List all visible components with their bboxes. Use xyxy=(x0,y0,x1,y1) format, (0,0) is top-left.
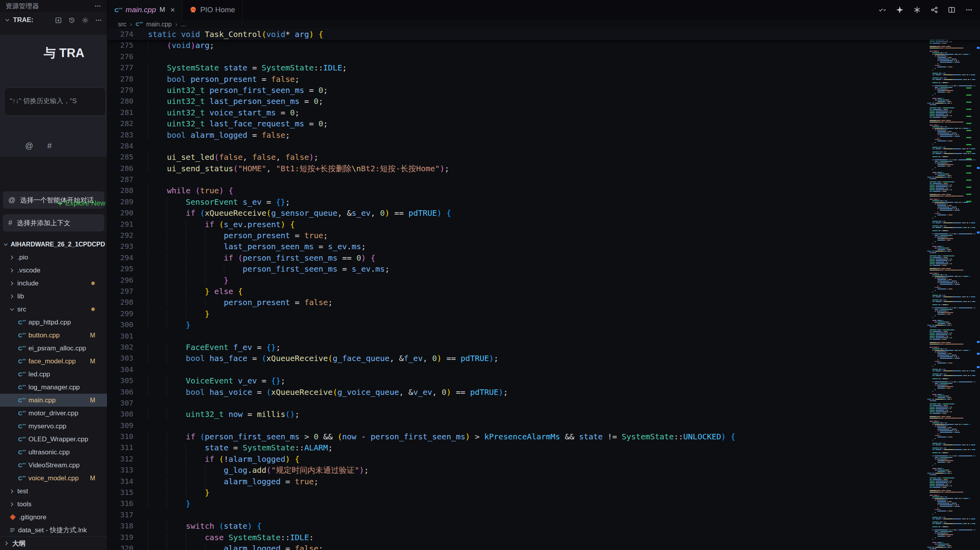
code-line[interactable]: 313 g_log.add("规定时间内未通过验证"); xyxy=(107,465,980,476)
line-number[interactable]: 282 xyxy=(107,118,133,129)
tree-item-main-cpp[interactable]: C++main.cppM xyxy=(0,394,107,407)
code-line[interactable]: 303 bool has_face = (xQueueReceive(g_fac… xyxy=(107,353,980,364)
line-number[interactable]: 298 xyxy=(107,297,133,308)
line-number[interactable]: 286 xyxy=(107,163,133,174)
code-line[interactable]: 285 ui_set_led(false, false, false); xyxy=(107,152,980,163)
code-line[interactable]: 308 uint32_t now = millis(); xyxy=(107,409,980,420)
tree-item-vscode[interactable]: .vscode xyxy=(0,264,107,277)
import-icon[interactable] xyxy=(54,16,62,24)
line-number[interactable]: 287 xyxy=(107,174,133,185)
code-line[interactable]: 317 xyxy=(107,509,980,520)
code-line[interactable]: 290 if (xQueueReceive(g_sensor_queue, &s… xyxy=(107,207,980,219)
line-number[interactable]: 312 xyxy=(107,454,133,465)
line-number[interactable]: 320 xyxy=(107,543,133,550)
line-number[interactable]: 307 xyxy=(107,398,133,409)
code-line[interactable]: 278 bool person_present = false; xyxy=(107,74,980,85)
split-editor-icon[interactable] xyxy=(948,6,956,14)
code-line[interactable]: 299 } xyxy=(107,308,980,319)
code-line[interactable]: 281 uint32_t voice_start_ms = 0; xyxy=(107,107,980,118)
share-graph-icon[interactable] xyxy=(930,6,938,14)
tree-item-videostream-cpp[interactable]: C++VideoStream.cpp xyxy=(0,459,107,472)
code-line[interactable]: 284 xyxy=(107,141,980,152)
outline-section[interactable]: 大纲 xyxy=(0,536,107,550)
breadcrumb-main-cpp[interactable]: main.cpp xyxy=(146,21,172,28)
line-number[interactable]: 281 xyxy=(107,107,133,118)
tree-item-ultrasonic-cpp[interactable]: C++ultrasonic.cpp xyxy=(0,446,107,459)
code-line[interactable]: 287 xyxy=(107,174,980,185)
code-line[interactable]: 311 state = SystemState::ALARM; xyxy=(107,442,980,453)
tree-item-pio[interactable]: .pio xyxy=(0,251,107,264)
check-dropdown-icon[interactable] xyxy=(878,6,886,14)
line-number[interactable]: 290 xyxy=(107,207,133,219)
tree-item-led-cpp[interactable]: C++led.cpp xyxy=(0,368,107,381)
code-line[interactable]: 319 case SystemState::IDLE: xyxy=(107,532,980,543)
trae-section-header[interactable]: TRAE: xyxy=(0,12,107,28)
tree-item-log-manager-cpp[interactable]: C++log_manager.cpp xyxy=(0,381,107,394)
code-line[interactable]: 310 if (person_first_seen_ms > 0 && (now… xyxy=(107,431,980,442)
line-number[interactable]: 292 xyxy=(107,230,133,241)
line-number[interactable]: 291 xyxy=(107,219,133,230)
code-line[interactable]: 320 alarm_logged = false; xyxy=(107,543,980,550)
ai-model-icon[interactable] xyxy=(913,6,921,14)
tree-item-src[interactable]: src xyxy=(0,303,107,316)
code-line[interactable]: 318 switch (state) { xyxy=(107,520,980,531)
code-line[interactable]: 277 SystemState state = SystemState::IDL… xyxy=(107,62,980,73)
tree-item-tools[interactable]: tools xyxy=(0,498,107,511)
code-line[interactable]: 292 person_present = true; xyxy=(107,230,980,241)
tree-item-myservo-cpp[interactable]: C++myservo.cpp xyxy=(0,420,107,433)
code-line[interactable]: 298 person_present = false; xyxy=(107,297,980,308)
breadcrumb-more[interactable]: ... xyxy=(181,21,186,28)
code-line[interactable]: 306 bool has_voice = (xQueueReceive(g_vo… xyxy=(107,387,980,398)
line-number[interactable]: 300 xyxy=(107,319,133,330)
more-icon[interactable] xyxy=(94,16,102,24)
tree-item-data-set-快捷方式-lnk[interactable]: data_set - 快捷方式.lnk xyxy=(0,524,107,537)
line-number[interactable]: 302 xyxy=(107,342,133,353)
line-number[interactable]: 297 xyxy=(107,286,133,297)
code-line[interactable]: 302 FaceEvent f_ev = {}; xyxy=(107,342,980,353)
tree-item-lib[interactable]: lib xyxy=(0,290,107,303)
code-line[interactable]: 289 SensorEvent s_ev = {}; xyxy=(107,196,980,207)
tree-item-button-cpp[interactable]: C++button.cppM xyxy=(0,329,107,342)
tree-item-motor-driver-cpp[interactable]: C++motor_driver.cpp xyxy=(0,407,107,420)
code-editor[interactable]: 274static void Task_Control(void* arg) {… xyxy=(107,29,980,550)
tree-item-gitignore[interactable]: .gitignore xyxy=(0,511,107,524)
code-line[interactable]: 276 xyxy=(107,51,980,62)
line-number[interactable]: 294 xyxy=(107,252,133,263)
line-number[interactable]: 319 xyxy=(107,532,133,543)
code-line[interactable]: 274static void Task_Control(void* arg) { xyxy=(107,29,980,40)
code-line[interactable]: 286 ui_send_status("HOME", "Bt1:短按+长按删除\… xyxy=(107,163,980,174)
code-line[interactable]: 295 person_first_seen_ms = s_ev.ms; xyxy=(107,263,980,274)
code-line[interactable]: 314 alarm_logged = true; xyxy=(107,476,980,487)
code-line[interactable]: 291 if (s_ev.present) { xyxy=(107,219,980,230)
line-number[interactable]: 306 xyxy=(107,387,133,398)
tree-item-face-model-cpp[interactable]: C++face_model.cppM xyxy=(0,355,107,368)
line-number[interactable]: 289 xyxy=(107,196,133,207)
line-number[interactable]: 315 xyxy=(107,487,133,498)
gear-icon[interactable] xyxy=(81,16,89,24)
history-icon[interactable] xyxy=(68,16,76,24)
line-number[interactable]: 299 xyxy=(107,308,133,319)
code-line[interactable]: 283 bool alarm_logged = false; xyxy=(107,130,980,141)
code-line[interactable]: 293 last_person_seen_ms = s_ev.ms; xyxy=(107,241,980,252)
line-number[interactable]: 317 xyxy=(107,509,133,520)
tree-item-app-httpd-cpp[interactable]: C++app_httpd.cpp xyxy=(0,316,107,329)
project-root-header[interactable]: AIHARDWARE_26_2_1CPDCPD xyxy=(0,238,107,251)
code-line[interactable]: 300 } xyxy=(107,319,980,330)
line-number[interactable]: 310 xyxy=(107,431,133,442)
line-number[interactable]: 288 xyxy=(107,185,133,196)
sparkle-icon[interactable] xyxy=(896,6,904,14)
line-number[interactable]: 293 xyxy=(107,241,133,252)
line-number[interactable]: 277 xyxy=(107,62,133,73)
line-number[interactable]: 285 xyxy=(107,152,133,163)
line-number[interactable]: 279 xyxy=(107,85,133,96)
line-number[interactable]: 275 xyxy=(107,40,133,51)
code-line[interactable]: 279 uint32_t person_first_seen_ms = 0; xyxy=(107,85,980,96)
code-line[interactable]: 307 xyxy=(107,398,980,409)
line-number[interactable]: 305 xyxy=(107,375,133,386)
code-line[interactable]: 316 } xyxy=(107,498,980,509)
tree-item-oled-wrapper-cpp[interactable]: C++OLED_Wrapper.cpp xyxy=(0,433,107,446)
line-number[interactable]: 314 xyxy=(107,476,133,487)
line-number[interactable]: 303 xyxy=(107,353,133,364)
line-number[interactable]: 311 xyxy=(107,442,133,453)
code-line[interactable]: 282 uint32_t last_face_request_ms = 0; xyxy=(107,118,980,129)
